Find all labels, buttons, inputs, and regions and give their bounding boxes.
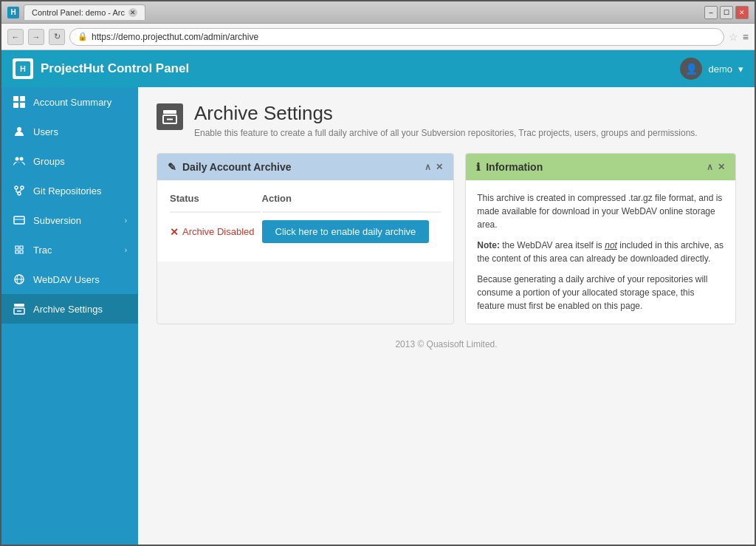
info-icon: ℹ	[476, 161, 480, 173]
page-header-text: Archive Settings Enable this feature to …	[194, 102, 698, 138]
page-header-icon	[157, 103, 183, 130]
archive-panel-close-button[interactable]: ✕	[436, 162, 443, 172]
svg-rect-2	[13, 103, 18, 108]
archive-panel-collapse-button[interactable]: ∧	[425, 162, 431, 172]
maximize-button[interactable]: ☐	[720, 6, 733, 19]
note-italic: not	[605, 240, 617, 250]
content-area: Archive Settings Enable this feature to …	[138, 87, 755, 545]
svg-point-9	[18, 192, 21, 195]
minimize-button[interactable]: –	[704, 6, 718, 19]
sidebar-item-git-repositories[interactable]: Git Repositories	[1, 176, 138, 205]
action-column-header: Action	[262, 193, 441, 213]
logo-inner: H	[16, 61, 30, 76]
git-icon	[13, 184, 26, 197]
info-panel-close-button[interactable]: ✕	[718, 162, 725, 172]
svg-point-5	[16, 157, 19, 161]
sidebar-item-account-summary[interactable]: Account Summary	[1, 87, 138, 117]
info-panel-controls: ∧ ✕	[707, 162, 725, 172]
archive-icon	[13, 302, 26, 315]
sidebar-label: Groups	[33, 156, 65, 167]
info-paragraph-3: Because generating a daily archive of yo…	[477, 273, 724, 313]
app-title: ProjectHut Control Panel	[41, 61, 189, 76]
info-paragraph-1: This archive is created in compressed .t…	[477, 191, 724, 231]
svg-point-8	[21, 186, 24, 189]
sidebar: Account Summary Users	[1, 87, 138, 545]
browser-tab[interactable]: Control Panel: demo - Arc ✕	[24, 4, 145, 20]
ssl-icon: 🔒	[78, 32, 88, 41]
main-layout: Account Summary Users	[1, 87, 755, 545]
status-x-icon: ✕	[170, 226, 179, 238]
page-title: Archive Settings	[194, 102, 698, 125]
archive-status-text: Archive Disabled	[182, 226, 255, 237]
info-panel: ℹ Information ∧ ✕ This archive is create…	[465, 153, 736, 324]
username: demo	[708, 64, 732, 75]
app-container: H ProjectHut Control Panel 👤 demo ▾	[1, 50, 755, 545]
browser-favicon: H	[7, 7, 19, 18]
page-header: Archive Settings Enable this feature to …	[157, 102, 736, 138]
grid-icon	[13, 95, 26, 109]
group-icon	[13, 154, 26, 168]
tab-title: Control Panel: demo - Arc	[32, 8, 125, 17]
info-panel-header: ℹ Information ∧ ✕	[466, 154, 735, 180]
refresh-button[interactable]: ↻	[49, 29, 65, 45]
url-bar[interactable]: 🔒 https://demo.projecthut.com/admin/arch…	[69, 28, 724, 46]
logo: H	[13, 58, 33, 79]
user-dropdown-icon: ▾	[738, 64, 743, 75]
svg-rect-1	[20, 96, 25, 101]
svg-line-12	[19, 189, 22, 192]
sidebar-item-archive-settings[interactable]: Archive Settings	[1, 294, 138, 324]
panels-row: ✎ Daily Account Archive ∧ ✕	[157, 153, 736, 324]
info-panel-title: Information	[486, 161, 543, 173]
title-bar: H Control Panel: demo - Arc ✕ – ☐ ✕	[1, 1, 755, 24]
url-text: https://demo.projecthut.com/admin/archiv…	[92, 32, 258, 42]
enable-archive-button[interactable]: Click here to enable daily archive	[262, 220, 430, 243]
address-bar: ← → ↻ 🔒 https://demo.projecthut.com/admi…	[1, 24, 755, 50]
note-label: Note:	[477, 240, 500, 250]
edit-icon: ✎	[168, 161, 176, 173]
sidebar-item-webdav-users[interactable]: WebDAV Users	[1, 265, 138, 294]
person-icon	[13, 125, 26, 138]
avatar: 👤	[680, 58, 702, 80]
svg-rect-18	[14, 304, 24, 307]
sidebar-label: WebDAV Users	[33, 274, 100, 285]
forward-button[interactable]: →	[28, 29, 44, 45]
sidebar-label: Subversion	[33, 215, 81, 226]
bookmark-button[interactable]: ☆	[729, 31, 738, 43]
archive-panel: ✎ Daily Account Archive ∧ ✕	[157, 153, 454, 324]
archive-panel-controls: ∧ ✕	[425, 162, 443, 172]
chevron-right-icon: ›	[125, 246, 127, 254]
sidebar-label: Trac	[33, 245, 52, 256]
info-panel-collapse-button[interactable]: ∧	[707, 162, 713, 172]
tab-close-button[interactable]: ✕	[128, 8, 137, 17]
chevron-right-icon: ›	[125, 216, 127, 225]
svg-rect-13	[14, 216, 24, 224]
sidebar-label: Archive Settings	[33, 304, 103, 315]
browser-window: H Control Panel: demo - Arc ✕ – ☐ ✕ ← → …	[0, 0, 756, 546]
menu-button[interactable]: ≡	[743, 31, 749, 43]
svg-rect-21	[163, 110, 176, 114]
archive-panel-body: Status Action ✕	[157, 180, 453, 262]
status-column-header: Status	[170, 193, 261, 213]
svg-point-7	[15, 186, 18, 189]
sidebar-item-subversion[interactable]: Subversion ›	[1, 205, 138, 235]
sidebar-item-users[interactable]: Users	[1, 117, 138, 146]
close-button[interactable]: ✕	[735, 6, 749, 19]
webdav-icon	[13, 273, 26, 286]
sidebar-label: Users	[33, 126, 58, 137]
footer: 2013 © Quasisoft Limited.	[157, 324, 736, 357]
sidebar-item-trac[interactable]: Trac ›	[1, 235, 138, 265]
svg-rect-3	[20, 103, 25, 108]
svg-rect-0	[13, 96, 18, 101]
footer-text: 2013 © Quasisoft Limited.	[395, 339, 497, 349]
svn-icon	[13, 214, 26, 227]
archive-status: ✕ Archive Disabled	[170, 226, 261, 238]
user-menu[interactable]: 👤 demo ▾	[680, 58, 743, 80]
sidebar-item-groups[interactable]: Groups	[1, 146, 138, 176]
page-subtitle: Enable this feature to create a full dai…	[194, 128, 698, 138]
sidebar-label: Account Summary	[33, 97, 111, 108]
top-bar: H ProjectHut Control Panel 👤 demo ▾	[1, 50, 755, 87]
window-controls: – ☐ ✕	[704, 6, 749, 19]
archive-panel-title: Daily Account Archive	[182, 161, 292, 173]
back-button[interactable]: ←	[7, 29, 24, 45]
trac-icon	[13, 243, 26, 256]
